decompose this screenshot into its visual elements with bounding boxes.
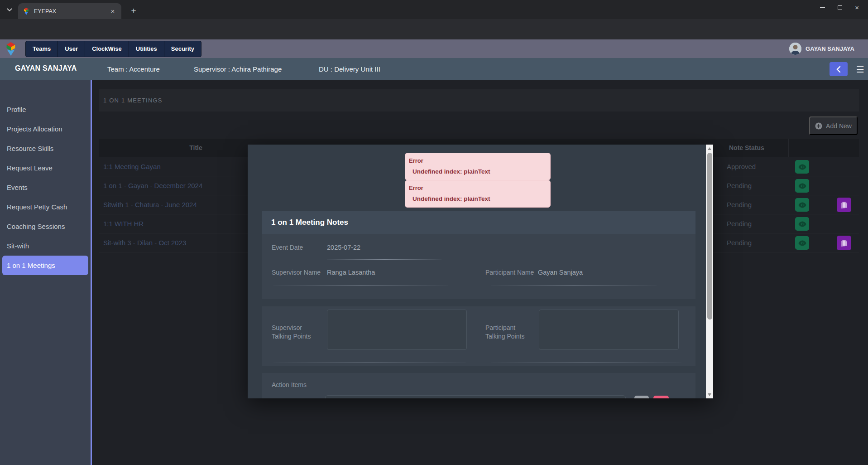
sidebar-item-profile[interactable]: Profile <box>0 100 91 119</box>
user-name: GAYAN SANJAYA <box>806 45 854 52</box>
meeting-fields-panel: Event Date 2025-07-22 Supervisor Name Ra… <box>262 234 695 299</box>
main-menu: TeamsUserClockWiseUtilitiesSecurity <box>25 41 201 57</box>
browser-tab[interactable]: EYEPAX × <box>18 3 121 19</box>
add-new-label: Add New <box>826 122 852 130</box>
participant-talking-underline <box>491 363 681 363</box>
action-item-input[interactable] <box>325 395 626 398</box>
chevron-left-icon <box>836 66 841 73</box>
employee-supervisor: Supervisor : Achira Pathirage <box>194 65 282 73</box>
scrollbar-thumb[interactable] <box>707 153 712 320</box>
supervisor-name-underline <box>273 286 448 286</box>
talking-points-panel: Supervisor Talking Points Participant Ta… <box>262 306 695 366</box>
error-message: Undefined index: plainText <box>409 168 546 175</box>
menu-item-clockwise[interactable]: ClockWise <box>85 41 129 57</box>
note-status: Pending <box>727 195 752 214</box>
window-controls: × <box>820 0 864 15</box>
error-alerts: Error Undefined index: plainText Error U… <box>405 153 551 208</box>
error-title: Error <box>409 184 546 191</box>
action-items-panel: Action Items <box>262 373 695 398</box>
sidebar-item-request-petty-cash[interactable]: Request Petty Cash <box>0 197 91 217</box>
modal-scrollbar[interactable] <box>706 145 713 398</box>
event-date-underline <box>327 259 441 260</box>
tab-strip: EYEPAX × + × <box>0 0 868 19</box>
participant-name-label: Participant Name <box>485 269 534 276</box>
action-item-secondary-button[interactable] <box>634 396 649 398</box>
sidebar-item-events[interactable]: Events <box>0 178 91 197</box>
view-button[interactable] <box>795 236 809 250</box>
menu-item-teams[interactable]: Teams <box>26 41 58 57</box>
column-view <box>788 139 817 157</box>
plus-circle-icon <box>815 122 822 130</box>
scroll-down-icon[interactable] <box>706 391 713 398</box>
modal-title: 1 on 1 Meeting Notes <box>262 211 695 234</box>
tab-title: EYEPAX <box>34 8 109 15</box>
eye-icon <box>798 221 806 227</box>
supervisor-name-value: Ranga Lasantha <box>327 269 375 276</box>
participant-name-value: Gayan Sanjaya <box>538 269 583 276</box>
view-button[interactable] <box>795 198 809 212</box>
add-new-button[interactable]: Add New <box>809 116 858 135</box>
copy-button[interactable] <box>837 236 851 250</box>
sidebar-item-coaching-sessions[interactable]: Coaching Sessions <box>0 217 91 236</box>
employee-du: DU : Delivery Unit III <box>319 65 380 73</box>
sidebar-item-projects-allocation[interactable]: Projects Allocation <box>0 119 91 139</box>
note-status: Approved <box>727 157 756 176</box>
scroll-up-icon[interactable] <box>706 145 713 152</box>
app-navbar: TeamsUserClockWiseUtilitiesSecurity GAYA… <box>0 39 868 58</box>
sidebar-item-request-leave[interactable]: Request Leave <box>0 158 91 178</box>
error-alert: Error Undefined index: plainText <box>405 180 551 208</box>
copy-button[interactable] <box>837 198 851 212</box>
error-title: Error <box>409 157 546 164</box>
supervisor-talking-label: Supervisor Talking Points <box>272 324 313 341</box>
supervisor-name-label: Supervisor Name <box>272 269 321 276</box>
user-menu[interactable]: GAYAN SANJAYA <box>789 39 854 58</box>
supervisor-talking-textarea[interactable] <box>327 310 467 350</box>
participant-name-underline <box>491 286 657 286</box>
collapse-sidebar-button[interactable] <box>830 62 848 76</box>
tab-close-icon[interactable]: × <box>109 7 117 15</box>
menu-item-security[interactable]: Security <box>164 41 201 57</box>
meeting-title: Sitwith 1 - Chatura - June 2024 <box>103 195 197 214</box>
minimize-icon[interactable] <box>820 7 825 8</box>
error-message: Undefined index: plainText <box>409 195 546 202</box>
eye-icon <box>798 202 806 208</box>
meeting-title: 1:1 WITH HR <box>103 214 144 233</box>
column-copy <box>817 139 859 157</box>
menu-item-utilities[interactable]: Utilities <box>129 41 164 57</box>
error-alert: Error Undefined index: plainText <box>405 153 551 180</box>
tab-search-chevron-icon[interactable] <box>4 4 15 16</box>
action-item-remove-button[interactable] <box>653 396 669 398</box>
eye-icon <box>798 240 806 246</box>
browser-toolbar: ← → ↻ Not secure jira2-stage.eyepax.info… <box>0 19 868 39</box>
eyepax-favicon-icon <box>23 8 30 15</box>
view-button[interactable] <box>795 160 809 174</box>
column-note-status: Note Status <box>727 139 788 157</box>
eye-icon <box>798 164 806 170</box>
eye-icon <box>798 183 806 189</box>
view-button[interactable] <box>795 217 809 231</box>
event-date-value: 2025-07-22 <box>327 244 360 251</box>
employee-info-bar: GAYAN SANJAYA Team : Accenture Superviso… <box>0 58 868 80</box>
new-tab-button[interactable]: + <box>128 5 139 17</box>
note-status: Pending <box>727 233 752 252</box>
event-date-label: Event Date <box>272 244 303 251</box>
copy-icon <box>840 201 848 209</box>
participant-talking-textarea[interactable] <box>539 310 679 350</box>
meeting-notes-modal: Error Undefined index: plainText Error U… <box>248 145 713 398</box>
view-button[interactable] <box>795 179 809 193</box>
sidebar-item-resource-skills[interactable]: Resource Skills <box>0 139 91 158</box>
window-close-icon[interactable]: × <box>855 5 859 10</box>
hamburger-menu-icon[interactable]: ☰ <box>856 64 864 75</box>
browser-window: EYEPAX × + × ← → ↻ Not secure jira2-stag… <box>0 0 868 465</box>
meeting-title: 1:1 Meeting Gayan <box>103 157 161 176</box>
sidebar-item-1-on-1-meetings[interactable]: 1 on 1 Meetings <box>2 256 88 275</box>
maximize-icon[interactable] <box>838 5 842 10</box>
meeting-title: 1 on 1 - Gayan - December 2024 <box>103 176 202 195</box>
menu-item-user[interactable]: User <box>58 41 85 57</box>
sidebar-item-sit-with[interactable]: Sit-with <box>0 236 91 256</box>
employee-team: Team : Accenture <box>107 65 160 73</box>
note-status: Pending <box>727 176 752 195</box>
avatar <box>789 43 801 55</box>
note-status: Pending <box>727 214 752 233</box>
sidebar: ProfileProjects AllocationResource Skill… <box>0 80 91 465</box>
